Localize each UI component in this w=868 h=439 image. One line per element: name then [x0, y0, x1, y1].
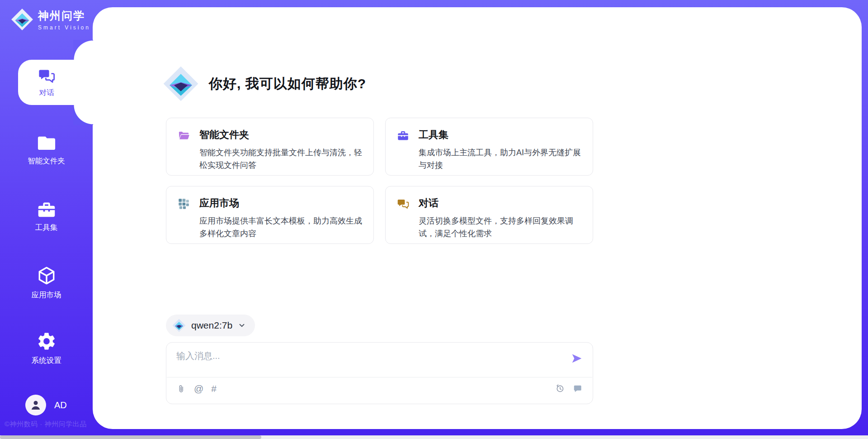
sidebar-item-settings[interactable]: 系统设置: [0, 331, 93, 366]
model-selector[interactable]: qwen2:7b: [166, 315, 255, 336]
chevron-down-icon: [238, 321, 246, 329]
history-icon: [555, 383, 565, 394]
toolbox-icon: [37, 200, 57, 219]
card-title: 智能文件夹: [199, 128, 369, 142]
tab-fillet-top: [73, 40, 93, 60]
card-app-market[interactable]: 应用市场 应用市场提供丰富长文本模板，助力高效生成多样化文章内容: [166, 186, 374, 244]
at-icon[interactable]: @: [194, 384, 203, 394]
brand: 神州问学 Smart Vision: [11, 8, 90, 31]
sidebar-item-label: 工具集: [35, 223, 58, 233]
history-button[interactable]: [555, 383, 565, 394]
hash-icon[interactable]: #: [211, 384, 217, 394]
send-icon: [571, 353, 583, 364]
user-profile[interactable]: AD: [25, 395, 67, 415]
card-description: 集成市场上主流工具，助力AI与外界无缝扩展与对接: [419, 146, 588, 172]
app-grid-icon: [178, 198, 190, 210]
card-smart-folder[interactable]: 智能文件夹 智能文件夹功能支持批量文件上传与清洗，轻松实现文件问答: [166, 118, 374, 176]
copyright: ©神州数码 · 神州问学出品: [5, 420, 86, 429]
brand-diamond-icon: [11, 8, 33, 31]
person-icon: [29, 398, 42, 412]
model-diamond-icon: [172, 319, 186, 332]
sidebar-item-app-market[interactable]: 应用市场: [0, 265, 93, 300]
card-title: 对话: [419, 196, 588, 210]
sidebar-item-smart-folder[interactable]: 智能文件夹: [0, 134, 93, 166]
send-button[interactable]: [571, 353, 583, 364]
sidebar-item-label: 对话: [39, 88, 54, 98]
cube-icon: [36, 265, 57, 286]
card-title: 工具集: [419, 128, 588, 142]
model-name: qwen2:7b: [191, 320, 232, 331]
brand-name: 神州问学: [38, 9, 90, 23]
assistant-diamond-icon: [163, 66, 199, 102]
sidebar-item-label: 应用市场: [32, 290, 61, 300]
composer-divider: [167, 377, 592, 377]
folder-icon: [37, 134, 57, 152]
sidebar-item-label: 智能文件夹: [28, 156, 65, 166]
sidebar-item-label: 系统设置: [32, 356, 61, 366]
feature-cards: 智能文件夹 智能文件夹功能支持批量文件上传与清洗，轻松实现文件问答 工具集 集成…: [166, 118, 593, 244]
comment-icon: [572, 383, 583, 394]
app-window: 神州问学 Smart Vision 对话 智能文件夹 工具集: [0, 0, 868, 439]
message-input[interactable]: [176, 350, 561, 373]
avatar: [25, 395, 46, 415]
card-chat[interactable]: 对话 灵活切换多模型文件，支持多样回复效果调试，满足个性化需求: [385, 186, 593, 244]
card-title: 应用市场: [199, 196, 369, 210]
card-description: 智能文件夹功能支持批量文件上传与清洗，轻松实现文件问答: [199, 146, 369, 172]
sidebar-item-toolset[interactable]: 工具集: [0, 200, 93, 233]
user-name: AD: [54, 400, 67, 410]
folder-open-icon: [178, 129, 190, 142]
composer-tools-left: @ #: [176, 383, 217, 394]
attach-button[interactable]: [176, 383, 186, 394]
card-toolset[interactable]: 工具集 集成市场上主流工具，助力AI与外界无缝扩展与对接: [385, 118, 593, 176]
toolbox-icon: [397, 129, 409, 142]
chat-icon: [397, 198, 409, 210]
sidebar-item-chat[interactable]: 对话: [18, 60, 93, 105]
brand-subtitle: Smart Vision: [38, 24, 90, 31]
composer-tools-right: [555, 383, 583, 394]
greeting-title: 你好, 我可以如何帮助你?: [209, 75, 366, 93]
chat-icon: [38, 67, 55, 85]
gear-icon: [36, 331, 57, 352]
card-description: 应用市场提供丰富长文本模板，助力高效生成多样化文章内容: [199, 215, 369, 240]
horizontal-scrollbar-thumb[interactable]: [0, 435, 261, 439]
greeting: 你好, 我可以如何帮助你?: [163, 66, 366, 102]
paperclip-icon: [176, 383, 186, 394]
tab-fillet-bottom: [73, 105, 93, 125]
horizontal-scrollbar: [0, 435, 868, 439]
message-composer: @ #: [166, 342, 593, 404]
card-description: 灵活切换多模型文件，支持多样回复效果调试，满足个性化需求: [419, 215, 588, 240]
comment-button[interactable]: [572, 383, 583, 394]
